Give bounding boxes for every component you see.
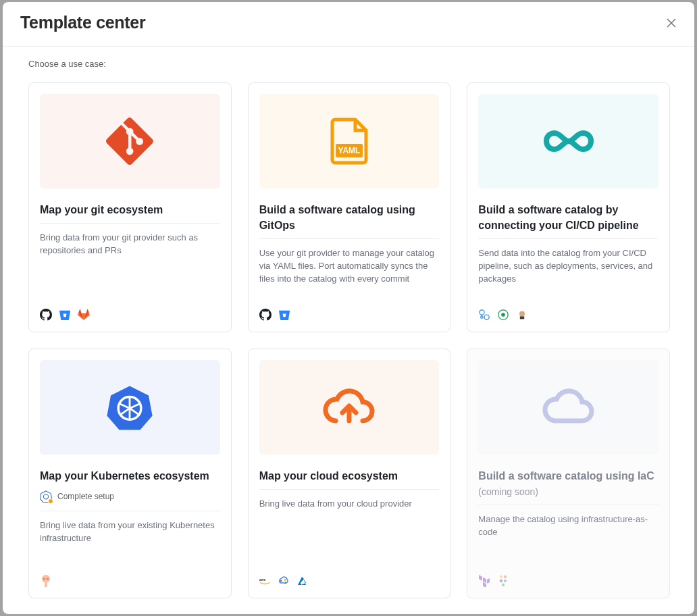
template-card-git[interactable]: Map your git ecosystem Bring data from y… [28, 82, 232, 332]
card-footer [478, 571, 659, 587]
cloud-upload-icon [322, 388, 376, 426]
close-icon [666, 18, 677, 28]
svg-text:YAML: YAML [338, 146, 361, 155]
card-hero [259, 360, 440, 455]
kubernetes-icon [106, 384, 153, 431]
template-card-gitops[interactable]: YAML Build a software catalog using GitO… [248, 82, 451, 332]
card-footer [40, 305, 220, 321]
bitbucket-icon [59, 309, 71, 321]
svg-point-8 [502, 313, 506, 317]
svg-point-31 [504, 575, 507, 578]
github-icon [259, 309, 272, 321]
card-title: Build a software catalog using IaC (comi… [478, 468, 659, 499]
template-card-cloud[interactable]: Map your cloud ecosystem Bring live data… [248, 349, 451, 598]
svg-point-24 [47, 578, 49, 580]
card-description: Use your git provider to manage your cat… [259, 247, 440, 286]
template-card-cicd[interactable]: Build a software catalog by connecting y… [467, 82, 670, 332]
svg-point-32 [500, 580, 502, 582]
svg-rect-25 [45, 583, 47, 587]
aws-icon: aws [259, 576, 270, 586]
modal-title: Template center [20, 13, 145, 32]
github-actions-icon [478, 309, 490, 321]
svg-point-27 [280, 580, 282, 582]
card-description: Manage the catalog using infrastructure-… [478, 513, 659, 539]
yaml-file-icon: YAML [330, 117, 369, 165]
jenkins-icon [516, 309, 528, 321]
gcp-icon [277, 575, 289, 587]
card-footer [478, 305, 659, 321]
argo-icon [40, 575, 52, 587]
git-icon [106, 118, 153, 165]
kubernetes-status-icon [40, 490, 52, 503]
card-hero [478, 360, 659, 455]
status-row: Complete setup [40, 489, 220, 505]
card-description: Bring data from your git provider such a… [40, 232, 220, 257]
svg-text:aws: aws [259, 578, 265, 582]
card-title: Map your cloud ecosystem [259, 468, 440, 484]
card-title: Build a software catalog using GitOps [259, 202, 440, 233]
infinity-icon [540, 126, 598, 156]
card-divider [478, 238, 659, 239]
azure-icon [296, 575, 308, 587]
card-description: Bring live data from your existing Kuber… [40, 519, 220, 545]
svg-rect-10 [520, 316, 524, 319]
template-card-iac: Build a software catalog using IaC (comi… [467, 349, 670, 598]
svg-point-33 [504, 580, 507, 582]
card-hero [40, 360, 220, 455]
card-title: Build a software catalog by connecting y… [478, 202, 659, 233]
card-description: Send data into the catalog from your CI/… [478, 247, 659, 286]
modal-body: Choose a use case: Map your git ecosyste… [3, 47, 694, 614]
status-text: Complete setup [57, 492, 114, 501]
card-footer [259, 305, 440, 321]
pulumi-icon [497, 575, 509, 587]
template-card-kubernetes[interactable]: Map your Kubernetes ecosystem Complete s… [28, 349, 232, 598]
svg-point-4 [480, 310, 484, 315]
card-hero [478, 94, 659, 188]
subtitle: Choose a use case: [28, 59, 670, 69]
cloud-outline-icon [542, 388, 596, 426]
circleci-icon [497, 309, 509, 321]
card-footer [40, 571, 220, 587]
bitbucket-icon [278, 309, 290, 321]
svg-point-30 [500, 575, 502, 578]
svg-point-28 [284, 579, 286, 581]
card-title: Map your git ecosystem [40, 202, 220, 217]
svg-point-22 [42, 575, 50, 583]
card-divider [259, 489, 440, 490]
card-title: Map your Kubernetes ecosystem [40, 468, 220, 484]
svg-point-5 [484, 315, 489, 319]
svg-point-6 [481, 316, 484, 319]
cards-grid: Map your git ecosystem Bring data from y… [28, 82, 670, 598]
svg-point-21 [43, 494, 48, 499]
card-footer: aws [259, 571, 440, 587]
modal-header: Template center [3, 2, 694, 47]
svg-point-9 [519, 311, 525, 316]
terraform-icon [478, 575, 490, 587]
card-title-text: Build a software catalog using IaC [478, 470, 654, 482]
github-icon [40, 309, 52, 321]
card-divider [40, 223, 220, 224]
card-hero [40, 94, 220, 188]
svg-point-23 [43, 578, 45, 580]
gitlab-icon [78, 309, 90, 321]
coming-soon-label: (coming soon) [478, 486, 538, 497]
card-hero: YAML [259, 94, 440, 188]
card-description: Bring live data from your cloud provider [259, 498, 440, 511]
svg-point-29 [284, 582, 286, 584]
card-divider [478, 505, 659, 505]
close-button[interactable] [663, 15, 679, 31]
svg-point-34 [502, 584, 505, 586]
card-divider [40, 511, 220, 511]
card-divider [259, 238, 440, 239]
template-center-modal: Template center Choose a use case: Map y… [3, 2, 694, 614]
